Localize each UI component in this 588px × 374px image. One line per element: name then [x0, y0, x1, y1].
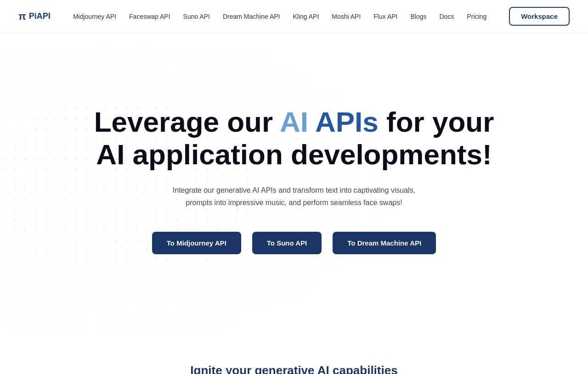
nav-link-flux-api[interactable]: Flux API: [373, 13, 397, 20]
logo-text: PiAPI: [29, 11, 51, 21]
hero-content: Leverage our AI APIs for your AI applica…: [94, 106, 494, 254]
hero-title-apis: APIs: [315, 106, 379, 138]
nav-link-docs[interactable]: Docs: [439, 13, 454, 20]
hero-title-line2: AI application developments!: [96, 139, 492, 170]
hero-title-ai: AI: [280, 106, 308, 138]
logo[interactable]: π PiAPI: [18, 11, 51, 22]
logo-icon: π: [18, 11, 26, 22]
nav-links: Midjourney APIFaceswap APISuno APIDream …: [73, 12, 486, 21]
nav-link-kling-api[interactable]: Kling API: [293, 13, 319, 20]
nav-link-pricing[interactable]: Pricing: [467, 13, 486, 20]
cta-btn-to-dream-machine-api[interactable]: To Dream Machine API: [333, 232, 436, 254]
hero-title-part1: Leverage our: [94, 106, 280, 138]
cta-btn-to-suno-api[interactable]: To Suno API: [252, 232, 322, 254]
navbar: π PiAPI Midjourney APIFaceswap APISuno A…: [0, 0, 588, 33]
workspace-button[interactable]: Workspace: [509, 7, 570, 26]
nav-link-faceswap-api[interactable]: Faceswap API: [129, 13, 170, 20]
bottom-section: Ignite your generative AI capabilities: [0, 336, 588, 374]
hero-subtitle-line1: Integrate our generative AI APIs and tra…: [173, 186, 415, 194]
hero-subtitle: Integrate our generative AI APIs and tra…: [156, 184, 432, 209]
hero-title-part2: for your: [379, 106, 494, 138]
bottom-title: Ignite your generative AI capabilities: [18, 363, 570, 374]
hero-title: Leverage our AI APIs for your AI applica…: [94, 106, 494, 171]
cta-btn-to-midjourney-api[interactable]: To Midjourney API: [152, 232, 241, 254]
nav-link-blogs[interactable]: Blogs: [410, 13, 426, 20]
nav-link-suno-api[interactable]: Suno API: [183, 13, 210, 20]
nav-link-moshi-api[interactable]: Moshi API: [332, 13, 361, 20]
nav-link-dream-machine-api[interactable]: Dream Machine API: [223, 13, 280, 20]
hero-buttons: To Midjourney APITo Suno APITo Dream Mac…: [94, 232, 494, 254]
hero-section: Leverage our AI APIs for your AI applica…: [0, 33, 588, 336]
hero-title-space: [308, 106, 315, 138]
nav-link-midjourney-api[interactable]: Midjourney API: [73, 13, 116, 20]
hero-subtitle-line2: prompts into impressive music, and perfo…: [186, 199, 402, 207]
